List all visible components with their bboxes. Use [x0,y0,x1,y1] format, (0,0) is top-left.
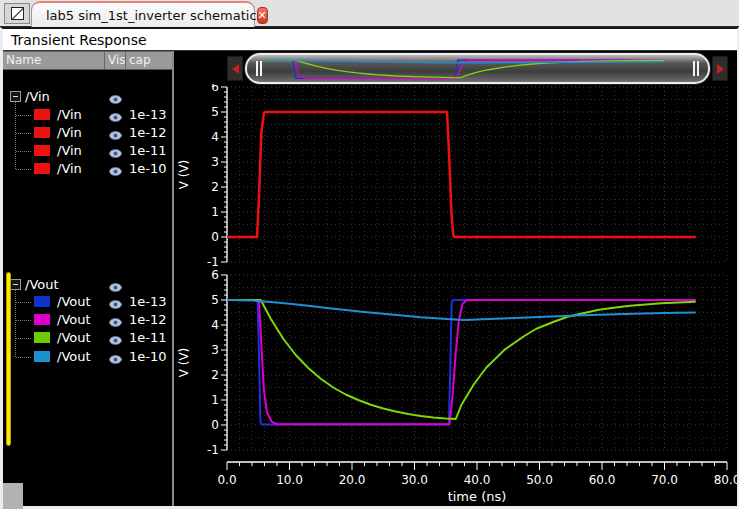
overview-slider[interactable] [245,53,710,84]
svg-text:30.0: 30.0 [401,473,428,487]
signal-group-label: /Vin [25,89,50,104]
svg-text:60.0: 60.0 [589,473,616,487]
svg-text:80.0: 80.0 [714,473,737,487]
signal-label: /Vout [57,312,91,327]
svg-text:50.0: 50.0 [526,473,553,487]
signal-row[interactable]: /Vout1e-13 [3,293,172,311]
svg-text:0: 0 [211,230,219,244]
cap-value: 1e-10 [129,349,167,364]
cap-value: 1e-13 [129,294,167,309]
cap-value: 1e-12 [129,312,167,327]
cap-value: 1e-11 [129,330,167,345]
svg-text:0: 0 [211,418,219,432]
svg-text:2: 2 [211,180,219,194]
svg-text:20.0: 20.0 [339,473,366,487]
content-area: Name Vis cap /Vin/Vin1e-13/Vin1e-12/Vin1… [3,51,737,506]
signal-group-row[interactable]: /Vin [3,88,172,106]
svg-text:4: 4 [211,130,219,144]
svg-text:6: 6 [211,268,219,282]
svg-text:V (V): V (V) [177,160,191,190]
detach-button[interactable] [4,3,30,24]
visibility-eye-icon[interactable] [109,315,122,324]
cap-value: 1e-13 [129,107,167,122]
svg-text:10.0: 10.0 [276,473,303,487]
column-header-vis[interactable]: Vis [104,52,125,69]
trace-color-swatch [34,314,50,325]
tab-close-button[interactable]: ✕ [257,7,268,24]
scroll-right-button[interactable] [712,56,728,81]
visibility-eye-icon[interactable] [109,297,122,306]
slider-left-grip[interactable] [256,61,258,76]
signal-row[interactable]: /Vout1e-10 [3,348,172,366]
visibility-eye-icon[interactable] [109,92,122,101]
slider-left-grip2[interactable] [260,61,262,76]
slider-right-grip[interactable] [697,61,699,76]
overview-waveforms [267,57,693,84]
overview-scrollbar [174,51,737,87]
visibility-eye-icon[interactable] [109,128,122,137]
signal-label: /Vin [57,125,82,140]
trace-color-swatch [34,163,50,174]
signal-group-label: /Vout [25,277,59,292]
cap-value: 1e-12 [129,125,167,140]
signal-table-header: Name Vis cap [3,51,172,70]
signal-label: /Vout [57,349,91,364]
trace-color-swatch [34,109,50,120]
slider-right-grip2[interactable] [693,61,695,76]
collapse-icon[interactable] [10,279,21,290]
visibility-eye-icon[interactable] [109,164,122,173]
svg-text:40.0: 40.0 [464,473,491,487]
signal-row[interactable]: /Vin1e-10 [3,160,172,178]
left-arrow-icon [232,64,239,74]
detach-window-icon [11,7,24,20]
visibility-eye-icon[interactable] [109,146,122,155]
signal-row[interactable]: /Vin1e-12 [3,124,172,142]
svg-text:70.0: 70.0 [651,473,678,487]
trace-color-swatch [34,127,50,138]
svg-text:5: 5 [211,105,219,119]
tab-title: lab5 sim_1st_inverter schematic [46,8,257,23]
svg-text:1: 1 [211,393,219,407]
cap-value: 1e-11 [129,143,167,158]
tab-active[interactable]: lab5 sim_1st_inverter schematic ✕ [31,1,255,27]
visibility-eye-icon[interactable] [109,352,122,361]
column-header-name[interactable]: Name [3,52,104,69]
svg-text:time (ns): time (ns) [448,489,507,504]
app-window: lab5 sim_1st_inverter schematic ✕ Transi… [0,0,739,509]
collapse-icon[interactable] [10,91,21,102]
svg-text:4: 4 [211,318,219,332]
visibility-eye-icon[interactable] [109,280,122,289]
panel-corner [3,483,23,509]
svg-text:6: 6 [211,84,219,94]
svg-text:2: 2 [211,368,219,382]
svg-text:1: 1 [211,205,219,219]
visibility-eye-icon[interactable] [109,110,122,119]
svg-text:V (V): V (V) [177,348,191,378]
plot-title-bar: Transient Response [3,29,737,51]
trace-color-swatch [34,332,50,343]
signal-label: /Vin [57,161,82,176]
signal-row[interactable]: /Vin1e-11 [3,142,172,160]
trace-color-swatch [34,296,50,307]
selection-indicator[interactable] [6,272,11,446]
signal-label: /Vin [57,107,82,122]
signal-group-row[interactable]: /Vout [3,276,172,294]
waveform-plots[interactable]: -10123456V (V)-10123456V (V)0.010.020.03… [174,84,737,506]
signal-label: /Vout [57,294,91,309]
signal-row[interactable]: /Vin1e-13 [3,106,172,124]
signal-row[interactable]: /Vout1e-11 [3,329,172,347]
svg-text:0.0: 0.0 [217,473,236,487]
visibility-eye-icon[interactable] [109,333,122,342]
tab-bar: lab5 sim_1st_inverter schematic ✕ [0,0,739,27]
right-arrow-icon [717,64,724,74]
signal-row[interactable]: /Vout1e-12 [3,311,172,329]
svg-text:3: 3 [211,155,219,169]
scroll-left-button[interactable] [227,56,243,81]
svg-text:3: 3 [211,343,219,357]
column-header-cap[interactable]: cap [125,52,172,69]
signal-label: /Vout [57,330,91,345]
svg-text:-1: -1 [207,443,219,457]
plot-title: Transient Response [11,32,147,48]
plot-area: -10123456V (V)-10123456V (V)0.010.020.03… [174,51,737,506]
cap-value: 1e-10 [129,161,167,176]
